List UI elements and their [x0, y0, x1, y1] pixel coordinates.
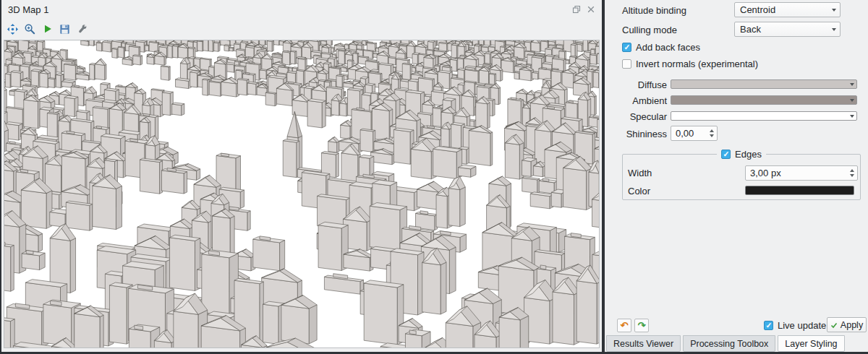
- checkbox-box: [622, 43, 631, 52]
- checkbox-label: Add back faces: [636, 42, 700, 53]
- spin-up-icon[interactable]: [710, 129, 714, 132]
- edge-color-button[interactable]: [745, 186, 854, 195]
- culling-mode-label: Culling mode: [622, 25, 677, 36]
- specular-color-button[interactable]: [671, 111, 857, 121]
- map-toolbar: [1, 19, 602, 39]
- specular-label: Specular: [605, 111, 667, 123]
- float-panel-icon[interactable]: [572, 5, 581, 14]
- zoom-full-icon[interactable]: [22, 22, 38, 37]
- checkbox-box: [764, 321, 773, 330]
- titlebar-buttons: [572, 5, 595, 14]
- altitude-binding-label: Altitude binding: [622, 5, 686, 17]
- combo-value: Centroid: [740, 4, 829, 15]
- map-3d-viewport[interactable]: [4, 40, 600, 348]
- map-panel-title: 3D Map 1: [8, 4, 48, 15]
- map-3d-panel: 3D Map 1: [1, 0, 602, 352]
- city-3d-render: [4, 40, 599, 347]
- diffuse-color-button[interactable]: [671, 79, 857, 89]
- ambient-color-button[interactable]: [671, 95, 857, 105]
- checkbox-box: [622, 59, 631, 69]
- close-panel-icon[interactable]: [587, 5, 595, 14]
- undo-icon: ↶: [621, 321, 629, 330]
- layer-styling-panel: Altitude binding Centroid Culling mode B…: [605, 0, 868, 352]
- chevron-down-icon: [850, 99, 854, 102]
- edges-group-title: Edges: [735, 149, 762, 160]
- shininess-label: Shininess: [605, 129, 667, 140]
- culling-mode-select[interactable]: Back: [734, 22, 841, 37]
- spin-value: 3,00 px: [750, 168, 846, 178]
- invert-normals-checkbox[interactable]: Invert normals (experimental): [622, 59, 758, 69]
- spin-down-icon[interactable]: [850, 174, 854, 177]
- map-panel-titlebar[interactable]: 3D Map 1: [1, 0, 602, 19]
- configure-icon[interactable]: [75, 22, 90, 37]
- edges-group-checkbox[interactable]: Edges: [717, 149, 766, 160]
- redo-button[interactable]: ↷: [634, 319, 649, 332]
- spin-buttons[interactable]: [706, 126, 717, 140]
- save-image-icon[interactable]: [57, 22, 72, 37]
- camera-control-icon[interactable]: [5, 22, 20, 37]
- qgis-window: 3D Map 1: [0, 0, 868, 354]
- redo-icon: ↷: [638, 321, 646, 330]
- tab-processing-toolbox[interactable]: Processing Toolbox: [683, 335, 775, 352]
- checkbox-label: Live update: [778, 320, 826, 331]
- spin-value: 0,00: [676, 128, 706, 139]
- shininess-spinbox[interactable]: 0,00: [671, 126, 718, 141]
- altitude-binding-select[interactable]: Centroid: [734, 2, 841, 17]
- tab-layer-styling[interactable]: Layer Styling: [778, 335, 844, 352]
- bottom-tabbar: Results Viewer Processing Toolbox Layer …: [605, 335, 868, 352]
- checkbox-label: Invert normals (experimental): [636, 59, 758, 69]
- apply-button[interactable]: Apply: [827, 317, 867, 332]
- checkbox-box: [721, 150, 731, 159]
- chevron-down-icon: [850, 115, 854, 118]
- spin-up-icon[interactable]: [850, 169, 854, 172]
- undo-button[interactable]: ↶: [617, 319, 631, 332]
- live-update-checkbox[interactable]: Live update: [764, 320, 826, 331]
- chevron-down-icon: [832, 9, 836, 12]
- edge-width-spinbox[interactable]: 3,00 px: [745, 165, 858, 181]
- spin-buttons[interactable]: [846, 166, 857, 180]
- play-animation-icon[interactable]: [40, 22, 55, 37]
- combo-value: Back: [740, 24, 829, 35]
- edge-color-label: Color: [628, 186, 650, 197]
- ambient-label: Ambient: [605, 95, 667, 107]
- chevron-down-icon: [832, 28, 836, 31]
- apply-icon: [830, 321, 838, 329]
- add-back-faces-checkbox[interactable]: Add back faces: [622, 42, 700, 53]
- diffuse-label: Diffuse: [605, 79, 667, 91]
- spin-down-icon[interactable]: [710, 134, 714, 137]
- chevron-down-icon: [850, 83, 854, 86]
- tab-results-viewer[interactable]: Results Viewer: [606, 335, 681, 352]
- apply-label: Apply: [841, 320, 863, 330]
- edge-width-label: Width: [628, 168, 652, 179]
